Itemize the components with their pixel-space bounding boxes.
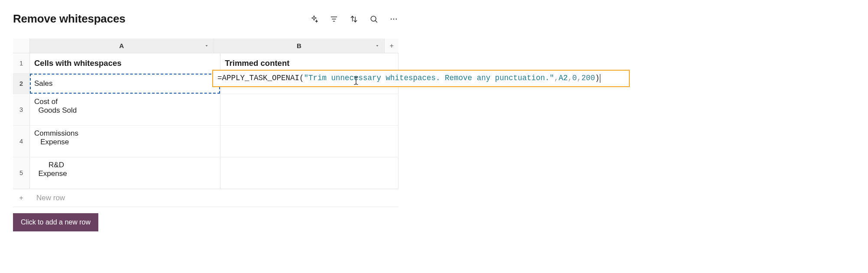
filter-icon[interactable] bbox=[330, 15, 338, 23]
formula-number-arg: 0 bbox=[572, 73, 577, 84]
add-row-cta-button[interactable]: Click to add a new row bbox=[13, 213, 98, 231]
text-caret bbox=[600, 74, 600, 83]
cell-text: Cost of Goods Sold bbox=[34, 98, 77, 115]
cell-text: Trimmed content bbox=[225, 58, 289, 68]
new-row-label: New row bbox=[34, 194, 65, 202]
svg-point-6 bbox=[393, 18, 395, 20]
formula-number-arg: 200 bbox=[581, 73, 595, 84]
page-title: Remove whitespaces bbox=[13, 12, 125, 26]
sparkle-icon[interactable] bbox=[310, 15, 318, 23]
search-icon[interactable] bbox=[369, 15, 378, 23]
chevron-down-icon[interactable] bbox=[204, 42, 209, 49]
cell-text: Commissions Expense bbox=[34, 129, 78, 146]
cell-a2[interactable]: Sales bbox=[30, 74, 220, 94]
cell-b4[interactable] bbox=[220, 126, 398, 157]
more-icon[interactable] bbox=[389, 15, 398, 23]
cell-a3[interactable]: Cost of Goods Sold bbox=[30, 94, 220, 126]
column-header-a[interactable]: A bbox=[30, 39, 214, 53]
formula-comma: , bbox=[577, 73, 582, 84]
row-number[interactable]: 3 bbox=[13, 94, 30, 126]
formula-function-name: APPLY_TASK_OPENAI bbox=[222, 73, 300, 84]
cell-a1[interactable]: Cells with whitespaces bbox=[30, 53, 220, 74]
svg-point-7 bbox=[396, 18, 397, 20]
table-toolbar bbox=[310, 15, 398, 23]
row-number[interactable]: 4 bbox=[13, 126, 30, 157]
cell-b5[interactable] bbox=[220, 157, 398, 189]
column-letter: B bbox=[214, 42, 385, 49]
cell-text: Cells with whitespaces bbox=[34, 58, 122, 68]
plus-icon: + bbox=[389, 42, 393, 50]
cell-text: Sales bbox=[34, 79, 53, 88]
new-row-button[interactable]: + New row bbox=[13, 189, 398, 207]
formula-comma: , bbox=[568, 73, 573, 84]
row-number[interactable]: 5 bbox=[13, 157, 30, 189]
cell-a5[interactable]: R&D Expense bbox=[30, 157, 220, 189]
corner-cell[interactable] bbox=[13, 39, 30, 53]
formula-editor[interactable]: =APPLY_TASK_OPENAI("Trim unnecessary whi… bbox=[212, 70, 630, 87]
svg-line-4 bbox=[376, 20, 377, 22]
column-header-b[interactable]: B bbox=[214, 39, 385, 53]
cell-b3[interactable] bbox=[220, 94, 398, 126]
add-column-button[interactable]: + bbox=[385, 39, 398, 53]
row-number[interactable]: 1 bbox=[13, 53, 30, 74]
formula-open-paren: ( bbox=[299, 73, 304, 84]
data-grid: A B + 1 Cells with whitespaces T bbox=[13, 39, 398, 207]
column-letter: A bbox=[30, 42, 214, 49]
formula-equals: = bbox=[217, 73, 222, 84]
row-number[interactable]: 2 bbox=[13, 74, 30, 94]
plus-icon: + bbox=[13, 194, 29, 202]
cell-a4[interactable]: Commissions Expense bbox=[30, 126, 220, 157]
chevron-down-icon[interactable] bbox=[375, 42, 380, 49]
svg-point-5 bbox=[391, 18, 392, 20]
formula-cell-ref: A2 bbox=[559, 73, 568, 84]
formula-close-paren: ) bbox=[595, 73, 600, 84]
cell-text: R&D Expense bbox=[34, 161, 67, 178]
formula-comma: , bbox=[554, 73, 559, 84]
formula-string-arg: "Trim unnecessary whitespaces. Remove an… bbox=[304, 73, 554, 84]
sort-icon[interactable] bbox=[350, 15, 358, 23]
